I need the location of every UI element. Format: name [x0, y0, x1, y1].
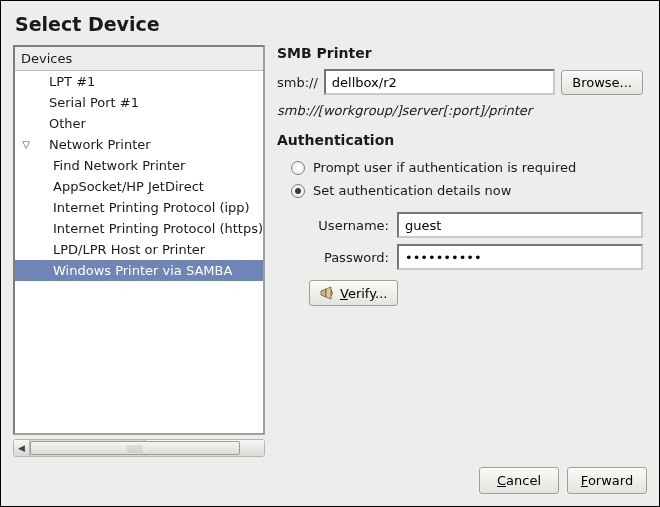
horizontal-scrollbar[interactable]: ◀ ▶	[13, 439, 265, 457]
tree-item-label: Find Network Printer	[19, 155, 185, 176]
device-tree-body[interactable]: LPT #1Serial Port #1Other▽Network Printe…	[15, 71, 263, 433]
password-row: Password:	[309, 244, 643, 270]
radio-icon	[291, 184, 305, 198]
tree-item[interactable]: ▽Network Printer	[15, 134, 263, 155]
dialog-content: Devices LPT #1Serial Port #1Other▽Networ…	[13, 45, 647, 457]
tree-item[interactable]: LPD/LPR Host or Printer	[15, 239, 263, 260]
password-input[interactable]	[397, 244, 643, 270]
auth-option-set-label: Set authentication details now	[313, 183, 511, 198]
settings-panel: SMB Printer smb:// Browse... smb://[work…	[277, 45, 647, 457]
dialog-title: Select Device	[15, 13, 647, 35]
auth-option-set[interactable]: Set authentication details now	[291, 183, 643, 198]
tree-item-label: AppSocket/HP JetDirect	[19, 176, 204, 197]
tree-item[interactable]: LPT #1	[15, 71, 263, 92]
svg-marker-0	[321, 289, 326, 297]
auth-option-prompt[interactable]: Prompt user if authentication is require…	[291, 160, 643, 175]
tree-item-label: Windows Printer via SAMBA	[19, 260, 232, 281]
auth-section-title: Authentication	[277, 132, 643, 148]
tree-item[interactable]: Other	[15, 113, 263, 134]
tree-item-label: Internet Printing Protocol (https)	[19, 218, 263, 239]
megaphone-icon	[320, 285, 336, 301]
smb-section-title: SMB Printer	[277, 45, 643, 61]
smb-uri-row: smb:// Browse...	[277, 69, 643, 95]
expander-open-icon[interactable]: ▽	[19, 134, 33, 155]
smb-prefix-label: smb://	[277, 75, 318, 90]
verify-row: Verify...	[309, 280, 643, 306]
tree-item-label: Serial Port #1	[35, 92, 139, 113]
tree-item[interactable]: Windows Printer via SAMBA	[15, 260, 263, 281]
auth-credentials: Username: Password: Verify...	[277, 206, 643, 306]
dialog-footer: Cancel Forward	[13, 457, 647, 494]
verify-button-label: Verify...	[340, 286, 387, 301]
device-tree-header: Devices	[15, 47, 263, 71]
username-row: Username:	[309, 212, 643, 238]
tree-item[interactable]: Serial Port #1	[15, 92, 263, 113]
verify-button[interactable]: Verify...	[309, 280, 398, 306]
scroll-track[interactable]	[30, 440, 145, 456]
scroll-left-icon[interactable]: ◀	[14, 440, 30, 456]
scroll-thumb[interactable]	[30, 441, 240, 455]
tree-item-label: Network Printer	[35, 134, 151, 155]
radio-icon	[291, 161, 305, 175]
device-panel: Devices LPT #1Serial Port #1Other▽Networ…	[13, 45, 265, 457]
tree-item[interactable]: Internet Printing Protocol (ipp)	[15, 197, 263, 218]
auth-option-prompt-label: Prompt user if authentication is require…	[313, 160, 576, 175]
tree-item-label: Other	[35, 113, 86, 134]
cancel-button[interactable]: Cancel	[479, 467, 559, 494]
tree-item[interactable]: Find Network Printer	[15, 155, 263, 176]
forward-button[interactable]: Forward	[567, 467, 647, 494]
browse-button[interactable]: Browse...	[561, 70, 643, 95]
smb-uri-input[interactable]	[324, 69, 555, 95]
spacer	[277, 306, 643, 457]
username-label: Username:	[309, 218, 389, 233]
dialog-window: Select Device Devices LPT #1Serial Port …	[0, 0, 660, 507]
tree-item-label: Internet Printing Protocol (ipp)	[19, 197, 250, 218]
tree-item[interactable]: Internet Printing Protocol (https)	[15, 218, 263, 239]
tree-item[interactable]: AppSocket/HP JetDirect	[15, 176, 263, 197]
tree-item-label: LPT #1	[35, 71, 95, 92]
device-tree: Devices LPT #1Serial Port #1Other▽Networ…	[13, 45, 265, 435]
username-input[interactable]	[397, 212, 643, 238]
tree-item-label: LPD/LPR Host or Printer	[19, 239, 205, 260]
password-label: Password:	[309, 250, 389, 265]
smb-uri-hint: smb://[workgroup/]server[:port]/printer	[277, 103, 643, 118]
